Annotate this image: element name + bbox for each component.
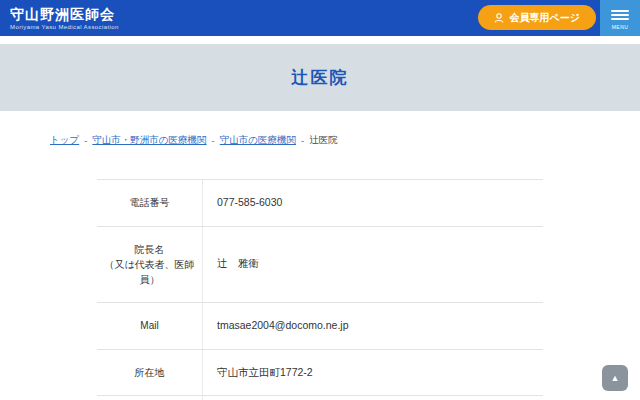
page: 守山野洲医師会 Moriyama Yasu Medical Associatio… — [0, 0, 640, 400]
breadcrumb-separator: - — [301, 135, 304, 146]
page-title-band: 辻医院 — [0, 44, 640, 111]
table-row-director: 院長名 （又は代表者、医師員） 辻 雅衛 — [97, 227, 543, 303]
breadcrumb-link-top[interactable]: トップ — [50, 134, 79, 147]
table-row-mail: Mail tmasae2004@docomo.ne.jp — [97, 303, 543, 350]
row-sublabel: （又は代表者、医師員） — [101, 257, 198, 287]
breadcrumb-separator: - — [84, 135, 87, 146]
row-label: 院長名 — [135, 242, 165, 257]
member-page-button[interactable]: 会員専用ページ — [478, 5, 596, 30]
table-row-address: 所在地 守山市立田町1772-2 — [97, 350, 543, 397]
row-label: 所在地 — [135, 365, 165, 380]
clinic-detail-table: 電話番号 077-585-6030 院長名 （又は代表者、医師員） 辻 雅衛 M… — [97, 179, 543, 400]
hamburger-icon — [611, 10, 629, 12]
menu-label: MENU — [612, 24, 629, 30]
header: 守山野洲医師会 Moriyama Yasu Medical Associatio… — [0, 0, 640, 36]
table-row-departments: 診療科目 内科・外科・肛門外科・皮膚科 — [97, 396, 543, 400]
scroll-to-top-button[interactable]: ▲ — [602, 365, 628, 391]
member-page-label: 会員専用ページ — [510, 11, 580, 25]
row-value: 辻 雅衛 — [203, 227, 543, 302]
breadcrumb-current: 辻医院 — [309, 134, 338, 147]
row-label: 電話番号 — [130, 195, 170, 210]
logo[interactable]: 守山野洲医師会 Moriyama Yasu Medical Associatio… — [0, 6, 119, 30]
logo-subtitle: Moriyama Yasu Medical Association — [10, 24, 119, 30]
table-row-phone: 電話番号 077-585-6030 — [97, 180, 543, 227]
row-label: Mail — [140, 318, 158, 333]
breadcrumb-link-moriyama-yasu-institutions[interactable]: 守山市・野洲市の医療機関 — [92, 134, 206, 147]
row-value: tmasae2004@docomo.ne.jp — [203, 303, 543, 349]
row-value: 内科・外科・肛門外科・皮膚科 — [203, 396, 543, 400]
breadcrumb-link-moriyama-institutions[interactable]: 守山市の医療機関 — [220, 134, 296, 147]
row-value: 守山市立田町1772-2 — [203, 350, 543, 396]
row-value: 077-585-6030 — [203, 180, 543, 226]
breadcrumb-separator: - — [212, 135, 215, 146]
menu-button[interactable]: MENU — [600, 0, 640, 36]
logo-title: 守山野洲医師会 — [10, 6, 119, 23]
arrow-up-icon: ▲ — [611, 373, 620, 383]
breadcrumb: トップ - 守山市・野洲市の医療機関 - 守山市の医療機関 - 辻医院 — [50, 134, 640, 147]
page-title: 辻医院 — [292, 66, 349, 89]
person-icon — [494, 13, 504, 23]
